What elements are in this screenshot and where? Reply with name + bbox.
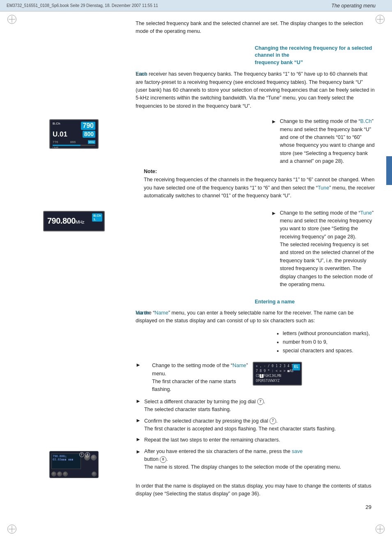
tune-label: Tune [136,70,147,77]
intro-paragraph: The selected frequency bank and the sele… [136,20,376,36]
name-label: Name [136,309,149,316]
receiver-img-col: 790.800△03.03▮▮▮ ▮▮▮ 7 8 [16,448,136,478]
recv-btn2 [57,472,62,476]
bullet2-text-col: ► Change to the setting mode of the “Tun… [136,209,376,292]
character-list: letters (without pronounciation marks), … [275,329,376,356]
recv-btn1 [51,472,56,476]
name-body: Via the “Name” menu, you can enter a fre… [136,309,376,360]
header-bar: EM3732_516551_0108_Sp6.book Seite 29 Die… [0,0,392,12]
tune-body-text: Each receiver has seven frequency banks.… [136,70,376,110]
display2-col: 790.800MHz B.Ch 1. [16,209,136,292]
recv-screen: 790.800△03.03▮▮▮ ▮▮▮ [51,453,81,469]
freq-high: 866 [70,140,76,144]
bch-badge: B.Ch 1. [92,213,102,222]
arrow3-col: ► [136,362,152,394]
recv-circle8: 8 [85,452,90,457]
file-info: EM3732_516551_0108_Sp6.book Seite 29 Die… [7,3,158,8]
big-freq: 790.800MHz [47,216,84,226]
bullet2-arrow: ► Change to the setting mode of the “Tun… [271,209,376,289]
bullet7-text-col: ► After you have entered the six charact… [136,448,376,478]
entering-name-heading: Entering a name [255,298,376,306]
recv-btn3 [63,472,68,476]
bullet1-arrow: ► Change to the setting mode of the “B.C… [271,118,376,165]
list-item-letters: letters (without pronounciation marks), [283,329,376,338]
arrow-icon-5: ► [136,417,141,433]
bullet1-row: B.Ch 790 U.01 800 776 866 MH [16,118,376,204]
bullet5-text: Confirm the selected character by pressi… [144,417,336,433]
note-text: The receiving frequencies of the channel… [144,176,376,200]
char-display: + , - / 0 1 2 3 4 5 6 7 8 9 * : < = > ■A… [253,362,302,386]
arrow-icon-3: ► [136,362,141,368]
page-number: 29 [366,504,371,510]
freq-main: 800 [84,131,94,137]
tune-body: Each receiver has seven frequency banks.… [136,70,376,115]
device-display-790: 790.800MHz B.Ch 1. [43,211,105,292]
bullet4-text: Select a different character by turning … [144,398,265,414]
corner-mark-bl [7,525,16,534]
device-display-u01: B.Ch 790 U.01 800 776 866 MH [49,119,99,204]
tune-section: Tune Each receiver has seven frequency b… [16,70,376,115]
recv-knob2 [91,455,97,460]
arrow-icon-4: ► [136,398,141,414]
arrow-icon-6: ► [136,436,141,444]
freq-highlight: 790 [83,122,94,129]
name-bullet7-row: 790.800△03.03▮▮▮ ▮▮▮ 7 8 [16,448,376,478]
note-block: Note: The receiving frequencies of the c… [144,169,376,200]
char-e-highlight: E [260,374,263,378]
circle7-badge2: 7 [270,418,276,424]
section1-heading: Changing the receiving frequency for a s… [255,45,376,67]
char-row4: OPQRSTUVWXYZ [256,379,299,384]
bullet6-text: Repeat the last two steps to enter the r… [144,436,280,444]
char-display-wrap: + , - / 0 1 2 3 4 5 6 7 8 9 * : < = > ■A… [253,362,302,386]
closing-paragraph: In order that the name is displayed on t… [136,482,376,498]
el-badge: EL [293,364,300,370]
bullet3-flex: Change to the setting mode of the “Name”… [152,362,376,394]
intro-text: The selected frequency bank and the sele… [136,21,363,34]
arrow-icon-2: ► [271,209,277,289]
arrow-icon-1: ► [271,118,277,165]
name-bullet6-row: ► Repeat the last two steps to enter the… [136,436,376,444]
page-title: The operating menu [332,3,376,9]
circle8-badge: 8 [160,456,166,463]
name-section: Name Via the “Name” menu, you can enter … [16,309,376,360]
tune-label-col: Tune [16,70,136,115]
recv-circle7: 7 [79,452,84,457]
bullet3-text: Change to the setting mode of the “Name”… [152,362,376,394]
name-label-col: Name [16,309,136,360]
arrow-icon-7: ► [136,449,141,478]
mhz-big: MHz [76,220,84,224]
bullet2-row: 790.800MHz B.Ch 1. ► Change to the setti… [16,209,376,292]
mhz-label: MHz [88,140,95,144]
note-label: Note: [144,169,376,174]
name-bullet3-row: ► Change to the setting mode of the “Nam… [136,362,376,394]
recv-btn4 [92,472,97,476]
main-content: The selected frequency bank and the sele… [0,12,392,523]
entering-name-heading-wrap: Entering a name [136,298,376,306]
name-bullet5-row: ► Confirm the selected character by pres… [136,417,376,433]
bullet3-main: Change to the setting mode of the “Name”… [152,362,248,394]
bullet1-text-col: ► Change to the setting mode of the “B.C… [136,118,376,204]
name-bullet4-row: ► Select a different character by turnin… [136,398,376,414]
bank-label: U.01 [53,130,67,139]
corner-mark-br [376,525,385,534]
list-item-special: special characters and spaces. [283,347,376,355]
char-row3: CDEFGHIJKLMN [256,374,299,379]
receiver-image: 790.800△03.03▮▮▮ ▮▮▮ 7 8 [49,451,99,478]
list-item-numbers: number from 0 to 9, [283,338,376,347]
freq-low: 776 [53,140,58,144]
name-body-text: Via the “Name” menu, you can enter a fre… [136,309,376,325]
bullet7-text: After you have entered the six character… [144,448,341,478]
bch-label: B.Ch [53,122,60,125]
display1-col: B.Ch 790 U.01 800 776 866 MH [16,118,136,204]
circle7-badge: 7 [257,398,264,405]
uhf-label: UHF [53,146,95,149]
